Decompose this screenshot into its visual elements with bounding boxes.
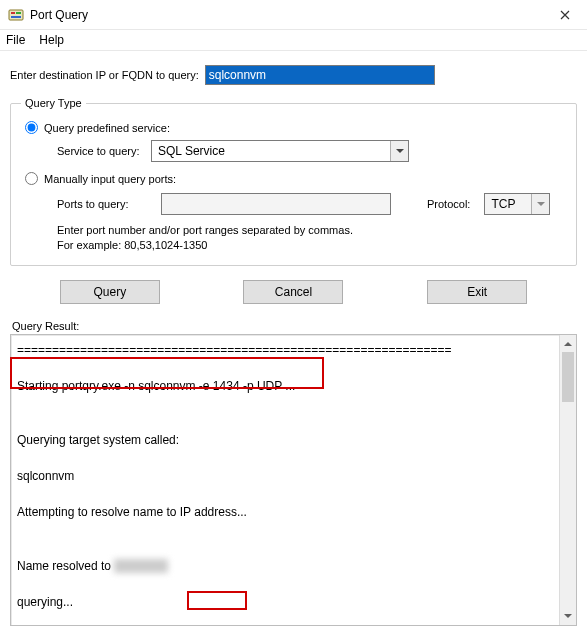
close-button[interactable] [545, 1, 585, 29]
radio-predefined-label: Query predefined service: [44, 122, 170, 134]
svg-rect-2 [16, 12, 21, 14]
scroll-track[interactable] [560, 352, 576, 608]
protocol-label: Protocol: [427, 198, 470, 210]
result-line-target: sqlconnvm [17, 467, 553, 485]
destination-input[interactable] [205, 65, 435, 85]
result-line-resolved: Name resolved to xxx [17, 557, 553, 575]
protocol-value: TCP [491, 197, 515, 211]
svg-rect-1 [11, 12, 15, 14]
query-type-legend: Query Type [21, 97, 86, 109]
query-type-group: Query Type Query predefined service: Ser… [10, 97, 577, 266]
ports-input [161, 193, 391, 215]
redacted-ip: xxx [114, 559, 168, 573]
result-line-querying-target: Querying target system called: [17, 431, 553, 449]
service-label: Service to query: [57, 145, 151, 157]
scroll-up-icon[interactable] [560, 335, 576, 352]
ports-label: Ports to query: [57, 198, 151, 210]
ports-hint: Enter port number and/or port ranges sep… [57, 223, 566, 253]
result-textarea[interactable]: ========================================… [10, 334, 577, 626]
chevron-down-icon [531, 194, 549, 214]
result-line-resolving: Attempting to resolve name to IP address… [17, 503, 553, 521]
chevron-down-icon [390, 141, 408, 161]
scroll-down-icon[interactable] [560, 608, 576, 625]
result-rule: ========================================… [17, 341, 553, 359]
title-bar: Port Query [0, 0, 587, 30]
svg-rect-0 [9, 10, 23, 20]
result-line-querying: querying... [17, 593, 553, 611]
result-label: Query Result: [12, 320, 575, 332]
radio-manual-label: Manually input query ports: [44, 173, 176, 185]
svg-rect-3 [11, 16, 21, 18]
destination-label: Enter destination IP or FQDN to query: [10, 69, 199, 81]
result-line-starting: Starting portqry.exe -n sqlconnvm -e 143… [17, 377, 553, 395]
protocol-select[interactable]: TCP [484, 193, 550, 215]
vertical-scrollbar[interactable] [559, 335, 576, 625]
menu-file[interactable]: File [6, 33, 25, 47]
radio-manual[interactable] [25, 172, 38, 185]
menu-help[interactable]: Help [39, 33, 64, 47]
cancel-button[interactable]: Cancel [243, 280, 343, 304]
app-icon [8, 7, 24, 23]
service-value: SQL Service [158, 144, 225, 158]
query-button[interactable]: Query [60, 280, 160, 304]
radio-predefined[interactable] [25, 121, 38, 134]
scroll-thumb[interactable] [562, 352, 574, 402]
window-title: Port Query [30, 8, 545, 22]
menu-bar: File Help [0, 30, 587, 51]
exit-button[interactable]: Exit [427, 280, 527, 304]
service-select[interactable]: SQL Service [151, 140, 409, 162]
